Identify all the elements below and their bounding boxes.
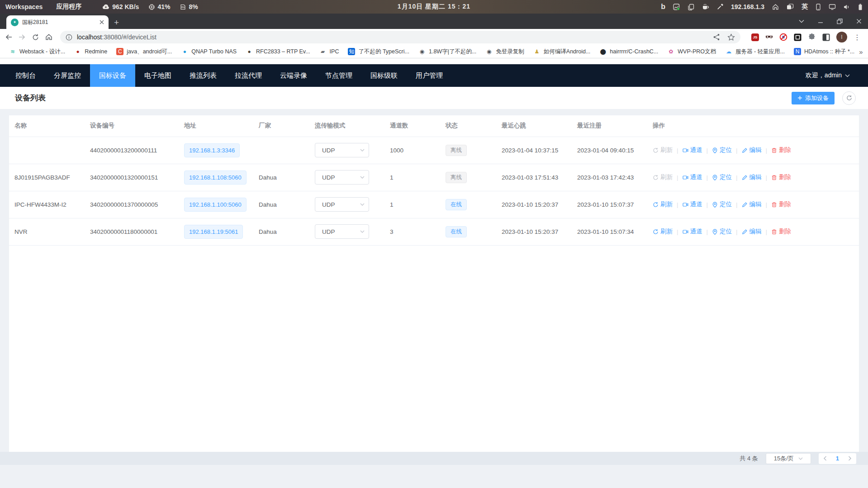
adblock-mask-extension-icon[interactable]	[765, 35, 773, 40]
stream-mode-select[interactable]: UDP	[315, 197, 369, 212]
locate-action[interactable]: 定位	[712, 146, 732, 154]
user-menu[interactable]: 欢迎，admin	[806, 71, 868, 80]
refresh-action[interactable]: 刷新	[653, 227, 673, 236]
channel-action[interactable]: 通道	[683, 227, 702, 236]
delete-action[interactable]: 删除	[771, 227, 791, 236]
window-minimize-icon[interactable]	[818, 19, 823, 24]
bing-tray-icon[interactable]: b	[661, 3, 665, 11]
prev-page-icon[interactable]	[823, 456, 827, 461]
channel-action[interactable]: 通道	[683, 146, 702, 154]
new-tab-button[interactable]: +	[114, 18, 119, 27]
clipboard-tray-icon[interactable]	[688, 4, 694, 10]
nav-menu-item[interactable]: 控制台	[6, 64, 45, 87]
profile-avatar[interactable]: I	[836, 32, 847, 43]
tab-search-icon[interactable]	[799, 19, 804, 23]
refresh-action[interactable]: 刷新	[653, 146, 673, 154]
refresh-action[interactable]: 刷新	[653, 200, 673, 208]
nav-menu-item[interactable]: 节点管理	[316, 64, 361, 87]
bookmark-item[interactable]: ● RFC2833 – RTP Ev...	[241, 48, 315, 55]
channel-action[interactable]: 通道	[683, 173, 702, 181]
nav-menu-item[interactable]: 拉流代理	[226, 64, 271, 87]
current-page[interactable]: 1	[836, 455, 839, 462]
cell-name: NVR	[9, 218, 85, 245]
screenshot-tray-icon[interactable]	[673, 4, 680, 10]
input-method-indicator[interactable]: 英	[802, 3, 808, 11]
url-text[interactable]: localhost:38080/#/deviceList	[77, 33, 157, 41]
volume-icon[interactable]	[844, 4, 850, 10]
home-tray-icon[interactable]	[772, 4, 779, 10]
applications-button[interactable]: 应用程序	[56, 3, 81, 11]
js-extension-icon[interactable]: JS	[751, 33, 759, 41]
page-size-select[interactable]: 15条/页	[766, 453, 811, 464]
site-info-icon[interactable]	[66, 34, 72, 41]
nav-menu-item[interactable]: 用户管理	[407, 64, 452, 87]
stream-mode-select[interactable]: UDP	[315, 170, 369, 185]
url-bar[interactable]: localhost:38080/#/deviceList	[60, 31, 740, 43]
bookmark-item[interactable]: ✿ WVP-PRO文档	[663, 48, 721, 56]
refresh-action[interactable]: 刷新	[653, 173, 673, 181]
bookmark-item[interactable]: C java、android可...	[112, 48, 176, 56]
stream-mode-select[interactable]: UDP	[315, 143, 369, 157]
extensions-puzzle-icon[interactable]	[808, 33, 816, 41]
display-tray-icon[interactable]	[829, 4, 836, 10]
nav-menu-item[interactable]: 云端录像	[271, 64, 316, 87]
tab-close-icon[interactable]	[100, 20, 104, 24]
bookmark-item[interactable]: ● Redmine	[70, 48, 112, 55]
locate-action[interactable]: 定位	[712, 227, 732, 236]
locate-action[interactable]: 定位	[712, 173, 732, 181]
next-page-icon[interactable]	[848, 456, 852, 461]
workspace-switcher-icon[interactable]	[787, 4, 794, 10]
bookmarks-overflow-icon[interactable]: »	[859, 48, 866, 56]
nav-menu-item[interactable]: 国标设备	[90, 64, 135, 87]
coffee-tray-icon[interactable]	[702, 4, 709, 10]
bookmark-item[interactable]: ⬤ hairrrrr/C-CrashC...	[595, 48, 663, 55]
bookmark-item[interactable]: ☁ 服务器 - 轻量应用...	[721, 48, 789, 56]
browser-home-icon[interactable]	[45, 33, 53, 41]
address-tag: 192.168.1.19:5061	[184, 225, 243, 239]
reload-icon[interactable]	[32, 33, 39, 41]
window-restore-icon[interactable]	[837, 19, 843, 24]
bookmark-item[interactable]: 知 了不起的 TypeScri...	[343, 48, 414, 56]
ip-indicator[interactable]: 192.168.1.3	[731, 3, 764, 10]
column-header: 通道数	[384, 115, 440, 137]
delete-action[interactable]: 删除	[771, 146, 791, 154]
nav-menu-item[interactable]: 推流列表	[180, 64, 226, 87]
bookmark-item[interactable]: ▰ IPC	[315, 48, 344, 55]
bookmark-item[interactable]: ≋ Webstack - 设计...	[5, 48, 70, 56]
forward-icon[interactable]	[18, 33, 26, 41]
sidebar-toggle-extension-icon[interactable]	[822, 33, 830, 41]
add-device-button[interactable]: 添加设备	[792, 92, 835, 104]
nav-menu-item[interactable]: 国标级联	[361, 64, 407, 87]
color-picker-tray-icon[interactable]	[717, 4, 723, 10]
nav-menu-item[interactable]: 分屏监控	[45, 64, 90, 87]
bookmark-star-icon[interactable]	[727, 33, 735, 41]
browser-menu-icon[interactable]: ⋮	[854, 33, 861, 42]
edit-action[interactable]: 编辑	[742, 200, 762, 208]
refresh-list-button[interactable]	[842, 91, 856, 105]
delete-action[interactable]: 删除	[771, 173, 791, 181]
location-pin-icon	[712, 229, 718, 235]
clock[interactable]: 1月10日 星期二 15：21	[398, 3, 470, 11]
blocker-extension-icon[interactable]	[779, 33, 787, 41]
nav-menu-item[interactable]: 电子地图	[135, 64, 180, 87]
browser-tab[interactable]: ✦ 国标28181	[6, 15, 109, 29]
bookmark-item[interactable]: N HDAtmos :: 种子 *...	[789, 48, 859, 56]
edit-action[interactable]: 编辑	[742, 173, 762, 181]
workspaces-button[interactable]: Workspaces	[5, 3, 43, 10]
back-icon[interactable]	[5, 33, 13, 41]
channel-action[interactable]: 通道	[683, 200, 702, 208]
bookmark-item[interactable]: ◉ 免登录复制	[481, 48, 529, 56]
stream-mode-select[interactable]: UDP	[315, 224, 369, 239]
phone-link-icon[interactable]	[816, 4, 821, 10]
edit-action[interactable]: 编辑	[742, 146, 762, 154]
battery-icon[interactable]	[858, 4, 863, 10]
locate-action[interactable]: 定位	[712, 200, 732, 208]
bookmark-item[interactable]: ● QNAP Turbo NAS	[176, 48, 241, 55]
window-close-icon[interactable]	[856, 19, 862, 24]
dark-reader-extension-icon[interactable]	[794, 33, 802, 41]
edit-action[interactable]: 编辑	[742, 227, 762, 236]
delete-action[interactable]: 删除	[771, 200, 791, 208]
bookmark-item[interactable]: ♟ 如何编译Android...	[529, 48, 595, 56]
share-icon[interactable]	[713, 33, 720, 41]
bookmark-item[interactable]: ◉ 1.8W字|了不起的...	[414, 48, 481, 56]
